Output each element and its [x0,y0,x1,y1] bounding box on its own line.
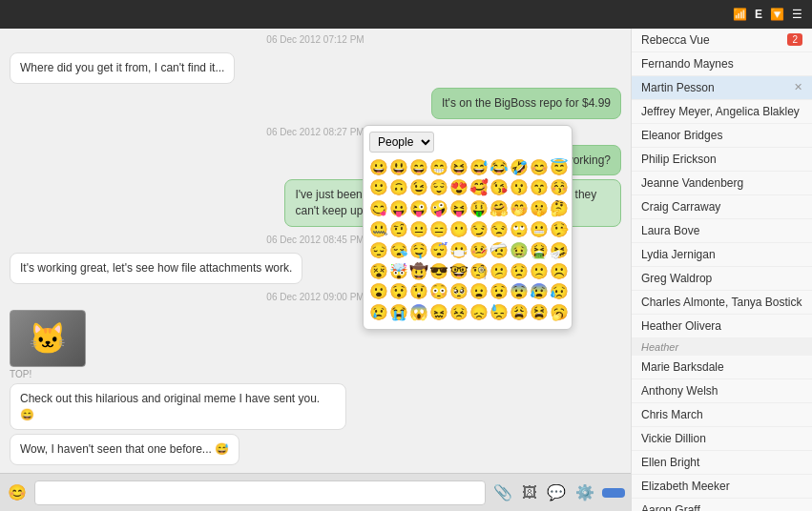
emoji-item[interactable]: 🤪 [429,199,448,219]
emoji-item[interactable]: 🙃 [389,178,408,198]
emoji-item[interactable]: 🙄 [510,220,529,240]
emoji-item[interactable]: 😓 [489,303,509,323]
emoji-item[interactable]: 🧐 [469,262,489,282]
emoji-item[interactable]: 🥱 [550,303,569,323]
emoji-item[interactable]: 🤔 [550,199,569,219]
emoji-item[interactable]: 🤭 [510,199,529,219]
emoji-item[interactable]: 😃 [389,158,408,178]
contact-item[interactable]: Lydia Jernigan [632,243,812,267]
contact-item[interactable]: 2Rebecca Vue [632,29,812,52]
emoji-item[interactable]: 😢 [369,303,388,323]
emoji-item[interactable]: 😐 [409,220,428,240]
emoji-item[interactable]: 😕 [489,262,509,282]
contact-item[interactable]: ✕Martin Pesson [632,76,812,100]
emoji-item[interactable]: 🤥 [550,220,569,240]
emoji-item[interactable]: 😰 [530,282,549,302]
image-icon-btn[interactable]: 🖼 [520,482,539,503]
contact-item[interactable]: Charles Almonte, Tanya Bostick [632,291,812,315]
contact-item[interactable]: Marie Barksdale [632,356,812,379]
emoji-item[interactable]: 🙁 [530,262,549,282]
emoji-item[interactable]: 🤤 [409,241,428,261]
emoji-item[interactable]: 😊 [530,158,549,178]
emoji-item[interactable]: 🤓 [449,262,468,282]
emoji-item[interactable]: 😨 [510,282,529,302]
emoji-item[interactable]: 😁 [429,158,448,178]
emoji-item[interactable]: 😟 [510,262,529,282]
chat-bubble-icon-btn[interactable]: 💬 [545,481,568,503]
settings-icon-btn[interactable]: ⚙️ [573,481,596,503]
close-conversation-icon[interactable]: ✕ [794,81,802,93]
emoji-item[interactable]: 😆 [449,158,468,178]
emoji-item[interactable]: 😍 [449,178,468,198]
attachment-icon-btn[interactable]: 📎 [491,481,514,503]
contact-item[interactable]: Vickie Dillion [632,427,812,451]
contact-item[interactable]: Chris March [632,403,812,427]
emoji-item[interactable]: 😇 [550,158,569,178]
contact-item[interactable]: Greg Waldrop [632,267,812,291]
emoji-item[interactable]: 🥰 [469,178,489,198]
contact-item[interactable]: Aaron Graff [632,499,812,511]
contact-item[interactable]: Fernando Maynes [632,52,812,76]
emoji-item[interactable]: 😒 [489,220,509,240]
emoji-item[interactable]: 🤒 [469,241,489,261]
emoji-item[interactable]: 🤫 [530,199,549,219]
emoji-item[interactable]: 😂 [489,158,509,178]
contact-item[interactable]: Eleanor Bridges [632,124,812,148]
emoji-item[interactable]: 😎 [429,262,448,282]
emoji-item[interactable]: 😖 [429,303,448,323]
message-input[interactable] [34,480,486,505]
emoji-item[interactable]: 🤕 [489,241,509,261]
emoji-item[interactable]: 😬 [530,220,549,240]
emoji-item[interactable]: 🤨 [389,220,408,240]
emoji-item[interactable]: 😌 [429,178,448,198]
emoji-item[interactable]: ☹️ [550,262,569,282]
contact-item[interactable]: Jeanne Vandenberg [632,172,812,195]
emoji-item[interactable]: 🤢 [510,241,529,261]
emoji-item[interactable]: 😜 [409,199,428,219]
send-button[interactable] [602,488,625,498]
emoji-item[interactable]: 🤯 [389,262,408,282]
emoji-item[interactable]: 😩 [510,303,529,323]
emoji-item[interactable]: 😅 [469,158,489,178]
emoji-item[interactable]: 🤗 [489,199,509,219]
emoji-item[interactable]: 😦 [469,282,489,302]
contact-item[interactable]: Laura Bove [632,219,812,243]
emoji-item[interactable]: 😵 [369,262,388,282]
emoji-item[interactable]: 😚 [550,178,569,198]
emoji-item[interactable]: 😯 [389,282,408,302]
emoji-item[interactable]: 😋 [369,199,388,219]
emoji-item[interactable]: 😑 [429,220,448,240]
emoji-item[interactable]: 😔 [369,241,388,261]
emoji-item[interactable]: 😭 [389,303,408,323]
emoji-item[interactable]: 😴 [429,241,448,261]
emoji-item[interactable]: 🥺 [449,282,468,302]
emoji-item[interactable]: 😶 [449,220,468,240]
emoji-category-select[interactable]: People [369,132,434,153]
emoji-item[interactable]: 😲 [409,282,428,302]
emoji-item[interactable]: 🤣 [510,158,529,178]
emoji-item[interactable]: 😗 [510,178,529,198]
emoji-item[interactable]: 😧 [489,282,509,302]
emoji-item[interactable]: 😣 [449,303,468,323]
contact-item[interactable]: Heather Olivera [632,315,812,338]
emoji-item[interactable]: 😛 [389,199,408,219]
emoji-item[interactable]: 😥 [550,282,569,302]
contact-item[interactable]: Jeffrey Meyer, Angelica Blakley [632,100,812,124]
emoji-item[interactable]: 🤐 [369,220,388,240]
emoji-item[interactable]: 🤮 [530,241,549,261]
contact-item[interactable]: Ellen Bright [632,451,812,475]
emoji-button[interactable]: 😊 [6,481,29,503]
emoji-item[interactable]: 😫 [530,303,549,323]
emoji-item[interactable]: 😳 [429,282,448,302]
emoji-item[interactable]: 😙 [530,178,549,198]
emoji-item[interactable]: 😀 [369,158,388,178]
emoji-item[interactable]: 😉 [409,178,428,198]
emoji-item[interactable]: 😏 [469,220,489,240]
emoji-item[interactable]: 😷 [449,241,468,261]
emoji-item[interactable]: 😘 [489,178,509,198]
emoji-item[interactable]: 😮 [369,282,388,302]
contact-item[interactable]: Philip Erickson [632,148,812,172]
emoji-item[interactable]: 🤧 [550,241,569,261]
emoji-item[interactable]: 😞 [469,303,489,323]
emoji-item[interactable]: 🤠 [409,262,428,282]
